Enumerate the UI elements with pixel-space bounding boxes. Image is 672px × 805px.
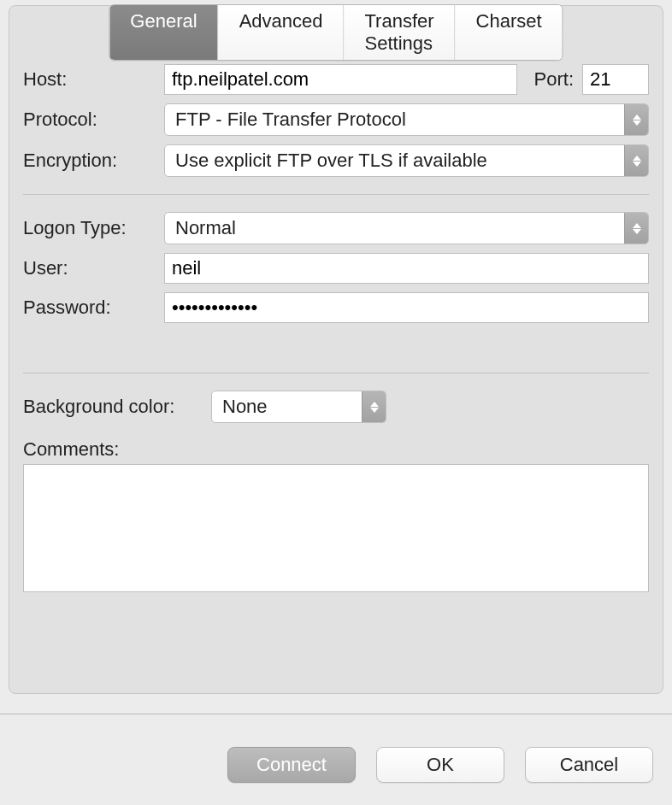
background-color-label: Background color: bbox=[23, 396, 203, 418]
tab-transfer-settings[interactable]: Transfer Settings bbox=[345, 5, 456, 60]
general-panel: General Advanced Transfer Settings Chars… bbox=[9, 5, 663, 694]
encryption-select[interactable]: Use explicit FTP over TLS if available bbox=[164, 144, 649, 177]
user-label: User: bbox=[23, 257, 156, 279]
stepper-icon bbox=[624, 145, 648, 176]
stepper-icon bbox=[362, 391, 386, 422]
tab-bar: General Advanced Transfer Settings Chars… bbox=[109, 4, 563, 61]
host-input[interactable] bbox=[164, 64, 517, 95]
encryption-value: Use explicit FTP over TLS if available bbox=[165, 150, 624, 172]
ok-button[interactable]: OK bbox=[376, 747, 504, 783]
stepper-icon bbox=[624, 104, 648, 135]
cancel-button[interactable]: Cancel bbox=[525, 747, 653, 783]
logon-type-value: Normal bbox=[165, 217, 624, 239]
separator bbox=[23, 194, 649, 195]
password-input[interactable] bbox=[164, 292, 649, 323]
background-color-select[interactable]: None bbox=[211, 391, 386, 423]
stepper-icon bbox=[624, 213, 648, 244]
dialog-buttons: Connect OK Cancel bbox=[227, 747, 653, 783]
protocol-label: Protocol: bbox=[23, 109, 156, 131]
footer-separator bbox=[0, 714, 672, 714]
comments-textarea[interactable] bbox=[23, 464, 649, 592]
tab-advanced[interactable]: Advanced bbox=[219, 5, 345, 60]
comments-label: Comments: bbox=[23, 438, 203, 461]
protocol-select[interactable]: FTP - File Transfer Protocol bbox=[164, 103, 649, 136]
host-label: Host: bbox=[23, 68, 156, 91]
tab-charset[interactable]: Charset bbox=[456, 5, 563, 60]
logon-type-label: Logon Type: bbox=[23, 217, 156, 239]
user-input[interactable] bbox=[164, 253, 649, 284]
background-color-value: None bbox=[212, 396, 362, 418]
connect-button[interactable]: Connect bbox=[227, 747, 356, 783]
password-label: Password: bbox=[23, 297, 156, 319]
encryption-label: Encryption: bbox=[23, 150, 156, 172]
separator bbox=[23, 373, 649, 373]
tab-general[interactable]: General bbox=[109, 5, 218, 60]
port-label: Port: bbox=[534, 68, 574, 91]
protocol-value: FTP - File Transfer Protocol bbox=[165, 109, 624, 131]
port-input[interactable] bbox=[582, 64, 649, 95]
logon-type-select[interactable]: Normal bbox=[164, 212, 649, 244]
